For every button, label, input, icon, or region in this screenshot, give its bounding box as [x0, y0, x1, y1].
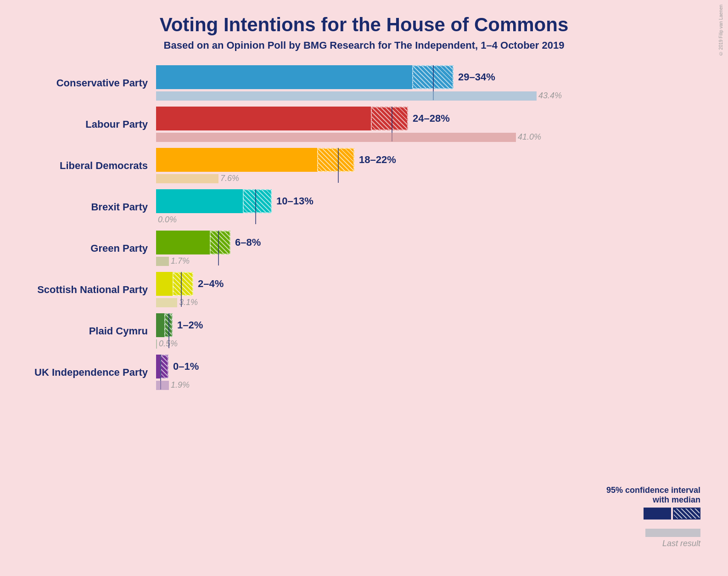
chart-container: © 2019 Filip van Laenen Voting Intention…	[0, 0, 728, 576]
median-line	[168, 313, 169, 348]
party-row: Liberal Democrats18–22%7.6%	[18, 148, 710, 184]
bar-solid	[156, 65, 412, 89]
party-row: Plaid Cymru1–2%0.5%	[18, 313, 710, 349]
bar-solid	[156, 313, 164, 337]
bar-solid	[156, 355, 160, 378]
median-line	[338, 148, 339, 183]
bar-last-row: 41.0%	[156, 131, 710, 142]
last-result-label: 3.1%	[179, 298, 198, 307]
bar-main-row: 6–8%	[156, 231, 710, 254]
median-line	[181, 272, 182, 307]
range-label: 24–28%	[413, 113, 450, 124]
bar-solid	[156, 272, 173, 296]
bar-solid	[156, 231, 210, 254]
bar-last-solid	[156, 174, 218, 183]
range-label: 2–4%	[198, 278, 224, 290]
bar-section: 1–2%0.5%	[156, 313, 710, 349]
bar-main-row: 18–22%	[156, 148, 710, 172]
bar-section: 6–8%1.7%	[156, 231, 710, 266]
bar-hatched	[317, 148, 354, 172]
bar-last-row: 43.4%	[156, 90, 710, 101]
party-row: Brexit Party10–13%0.0%	[18, 189, 710, 225]
median-line	[255, 189, 256, 224]
bar-hatched	[160, 355, 168, 378]
party-row: UK Independence Party0–1%1.9%	[18, 355, 710, 390]
range-label: 18–22%	[359, 154, 396, 166]
bar-main-row: 1–2%	[156, 313, 710, 337]
bar-last-row: 1.9%	[156, 379, 710, 390]
range-label: 10–13%	[276, 195, 314, 207]
range-label: 29–34%	[458, 71, 495, 83]
bar-main-row: 24–28%	[156, 107, 710, 130]
bar-last-row: 1.7%	[156, 255, 710, 266]
bar-main-row: 10–13%	[156, 189, 710, 213]
legend-hatched	[673, 508, 700, 520]
bar-solid	[156, 107, 371, 130]
party-row: Labour Party24–28%41.0%	[18, 107, 710, 142]
chart-title: Voting Intentions for the House of Commo…	[18, 14, 710, 36]
bar-hatched	[371, 107, 408, 130]
bar-last-row: 0.5%	[156, 338, 710, 349]
bar-solid	[156, 189, 243, 213]
median-line	[218, 231, 219, 265]
bar-last-solid	[156, 91, 537, 101]
bar-last-solid	[156, 339, 157, 349]
party-label: Labour Party	[18, 119, 156, 130]
last-result-label: 1.9%	[171, 380, 190, 390]
party-label: Liberal Democrats	[18, 160, 156, 172]
party-label: Brexit Party	[18, 201, 156, 213]
bar-last-solid	[156, 298, 177, 307]
range-label: 1–2%	[177, 319, 203, 331]
last-result-label: 0.0%	[158, 215, 177, 225]
bar-last-row: 7.6%	[156, 173, 710, 184]
last-result-label: 1.7%	[171, 256, 190, 266]
watermark: © 2019 Filip van Laenen	[718, 5, 723, 56]
party-row: Scottish National Party2–4%3.1%	[18, 272, 710, 308]
bars-area: Conservative Party29–34%43.4%Labour Part…	[18, 65, 710, 396]
bar-section: 24–28%41.0%	[156, 107, 710, 142]
range-label: 6–8%	[235, 237, 261, 248]
legend-last-label: Last result	[662, 539, 700, 548]
bar-last-row: 0.0%	[156, 214, 710, 225]
bar-hatched	[173, 272, 193, 296]
last-result-label: 43.4%	[538, 91, 562, 101]
range-label: 0–1%	[173, 361, 199, 373]
bar-main-row: 0–1%	[156, 355, 710, 378]
chart-subtitle: Based on an Opinion Poll by BMG Research…	[18, 40, 710, 51]
last-result-label: 7.6%	[220, 174, 239, 183]
legend-area: 95% confidence interval with median Last…	[606, 486, 700, 548]
bar-last-solid	[156, 381, 169, 390]
bar-main-row: 2–4%	[156, 272, 710, 296]
party-label: Scottish National Party	[18, 284, 156, 296]
bar-section: 10–13%0.0%	[156, 189, 710, 225]
bar-section: 18–22%7.6%	[156, 148, 710, 184]
bar-solid	[156, 148, 317, 172]
bar-hatched	[210, 231, 230, 254]
bar-hatched	[243, 189, 272, 213]
legend-confidence-label: 95% confidence interval with median	[606, 486, 700, 505]
legend-row	[644, 508, 700, 520]
party-label: UK Independence Party	[18, 367, 156, 378]
bar-last-row: 3.1%	[156, 297, 710, 308]
legend-last-box	[645, 529, 700, 537]
legend-solid	[644, 508, 671, 520]
party-label: Green Party	[18, 243, 156, 254]
bar-last-solid	[156, 257, 169, 266]
bar-section: 29–34%43.4%	[156, 65, 710, 101]
last-result-label: 41.0%	[518, 132, 541, 142]
bar-section: 2–4%3.1%	[156, 272, 710, 308]
party-row: Green Party6–8%1.7%	[18, 231, 710, 266]
bar-section: 0–1%1.9%	[156, 355, 710, 390]
party-row: Conservative Party29–34%43.4%	[18, 65, 710, 101]
bar-last-solid	[156, 133, 516, 142]
party-label: Plaid Cymru	[18, 325, 156, 337]
party-label: Conservative Party	[18, 77, 156, 89]
